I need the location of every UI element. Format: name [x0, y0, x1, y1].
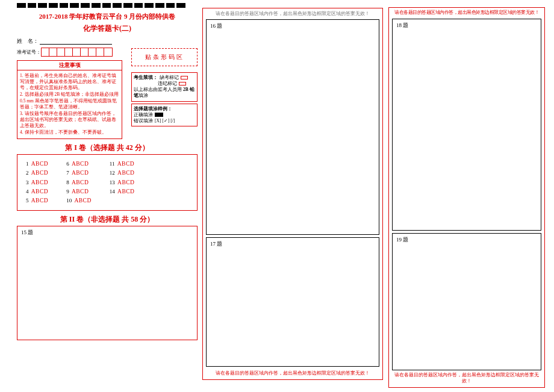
ticket-boxes[interactable] [41, 48, 113, 57]
rules-box-2: 选择题填涂样例： 正确填涂 错误填涂 [X] [✓] [/] [131, 104, 198, 126]
mcq-row[interactable]: 12 ABCD [110, 169, 135, 178]
warning-mid-top: 请在各题目的答题区域内作答，超出黑色矩形边框限定区域的答案无效！ [203, 8, 382, 19]
mcq-row[interactable]: 9 ABCD [66, 187, 92, 196]
q17-label: 17 题 [210, 241, 222, 247]
mcq-row[interactable]: 6 ABCD [66, 160, 92, 169]
barcode-zone: 贴条形码区 [131, 48, 198, 66]
violation-label: 违纪标记 [158, 81, 177, 87]
mcq-row[interactable]: 13 ABCD [110, 178, 135, 187]
notice-item: 2. 选择题必须用 2B 铅笔填涂；非选择题必须用 0.5 mm 黑色签字笔答题… [20, 92, 119, 110]
q18-label: 18 题 [396, 22, 408, 28]
main-title-line2: 化学答题卡(二) [17, 23, 198, 34]
mcq-row[interactable]: 11 ABCD [110, 160, 135, 169]
main-title-line1: 2017-2018 学年好教育云平台 9 月份内部特供卷 [17, 12, 198, 21]
q16-label: 16 题 [210, 23, 222, 29]
rules1-label: 考生禁填： [134, 75, 158, 81]
mcq-col-3: 11 ABCD 12 ABCD 13 ABCD 14 ABCD [110, 160, 135, 205]
rules-box-1: 考生禁填： 缺考标记 违纪标记 以上标志由监考人员用 2B 铅笔填涂 [131, 72, 198, 102]
q15-label: 15 题 [21, 229, 33, 235]
fill-bad-label: 错误填涂 [134, 118, 153, 124]
absent-label: 缺考标记 [160, 75, 179, 81]
mcq-row[interactable]: 4 ABCD [26, 187, 48, 196]
alignment-marks [17, 3, 185, 8]
q16-answer-area[interactable]: 16 题 [206, 19, 379, 235]
warning-right-top: 请在各题目的答题区域内作答，超出黑色矩形边框限定区域的答案无效！ [389, 8, 544, 17]
notice-heading: 注意事项 [17, 60, 122, 70]
notice-item: 3. 请按题号顺序在各题目的答题区域内作答，超出区域书写的答案无效；在草稿纸、试… [20, 111, 119, 129]
q17-answer-area[interactable]: 17 题 [206, 237, 379, 367]
rules-panel: 考生禁填： 缺考标记 违纪标记 以上标志由监考人员用 2B 铅笔填涂 选择题填涂… [131, 72, 198, 128]
q18-answer-area[interactable]: 18 题 [392, 19, 541, 231]
mcq-row[interactable]: 2 ABCD [26, 169, 48, 178]
column-right: 请在各题目的答题区域内作答，超出黑色矩形边框限定区域的答案无效！ 18 题 19… [388, 7, 545, 388]
section-2-heading: 第 II 卷（非选择题 共 58 分） [17, 214, 198, 225]
mcq-col-2: 6 ABCD 7 ABCD 8 ABCD 9 ABCD 10 ABCD [66, 160, 92, 205]
q19-answer-area[interactable]: 19 题 [392, 233, 541, 370]
notice-body: 1. 答题前，考生先将自己的姓名、准考证号填写清楚，并认真核准条形码上的姓名、准… [17, 70, 122, 139]
section-1-heading: 第 I 卷（选择题 共 42 分） [17, 143, 198, 153]
mcq-area: 1 ABCD 2 ABCD 3 ABCD 4 ABCD 5 ABCD 6 ABC… [17, 154, 198, 211]
absent-mark-box[interactable] [181, 76, 188, 79]
mcq-row[interactable]: 5 ABCD [26, 196, 48, 205]
column-left: 2017-2018 学年好教育云平台 9 月份内部特供卷 化学答题卡(二) 姓 … [17, 12, 198, 340]
q15-answer-area[interactable]: 15 题 [17, 226, 198, 340]
name-row: 姓 名： [17, 37, 198, 45]
ticket-label: 准考证号： [17, 49, 41, 55]
rules2-head: 选择题填涂样例： [134, 106, 195, 112]
name-input-line[interactable] [40, 39, 112, 45]
mcq-col-1: 1 ABCD 2 ABCD 3 ABCD 4 ABCD 5 ABCD [26, 160, 48, 205]
fill-ok-example [155, 113, 163, 117]
fill-ok-label: 正确填涂 [134, 112, 153, 118]
q19-label: 19 题 [396, 237, 408, 243]
mcq-row[interactable]: 3 ABCD [26, 178, 48, 187]
rules1-note: 以上标志由监考人员用 2B 铅笔填涂 [134, 87, 195, 99]
name-label: 姓 名： [17, 37, 39, 45]
mcq-row[interactable]: 1 ABCD [26, 160, 48, 169]
mcq-row[interactable]: 14 ABCD [110, 187, 135, 196]
violation-mark-box[interactable] [179, 82, 186, 86]
column-middle: 请在各题目的答题区域内作答，超出黑色矩形边框限定区域的答案无效！ 16 题 17… [202, 8, 383, 380]
fill-bad-example: [X] [✓] [/] [155, 118, 175, 124]
notice-item: 1. 答题前，考生先将自己的姓名、准考证号填写清楚，并认真核准条形码上的姓名、准… [20, 73, 119, 91]
warning-right-bottom: 请在各题目的答题区域内作答，超出黑色矩形边框限定区域的答案无效！ [389, 370, 544, 386]
notice-item: 4. 保持卡面清洁，不要折叠、不要弄破。 [20, 129, 119, 135]
mcq-row[interactable]: 10 ABCD [66, 196, 92, 205]
warning-mid-bottom: 请在各题目的答题区域内作答，超出黑色矩形边框限定区域的答案无效！ [203, 368, 382, 378]
mcq-row[interactable]: 7 ABCD [66, 169, 92, 178]
mcq-row[interactable]: 8 ABCD [66, 178, 92, 187]
